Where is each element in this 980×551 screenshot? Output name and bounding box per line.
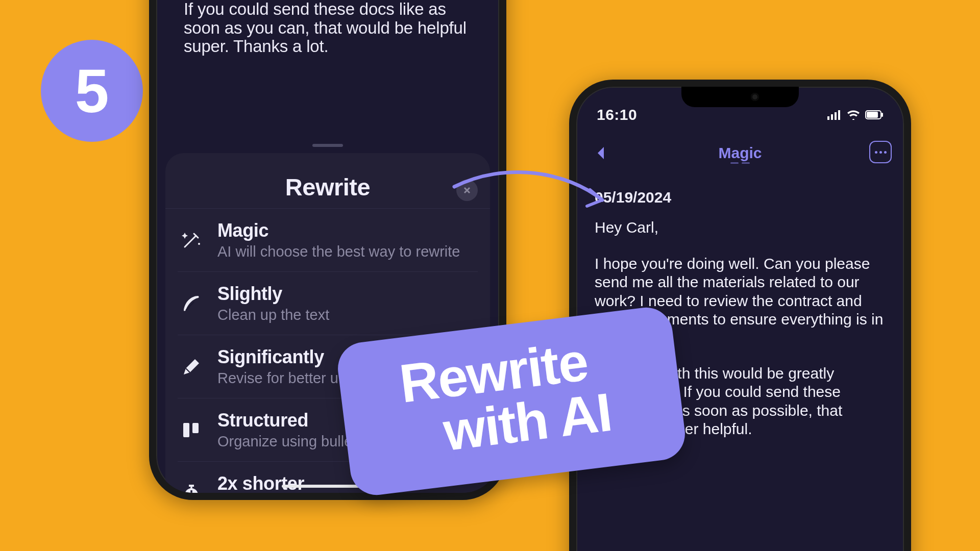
- svg-rect-2: [192, 423, 199, 433]
- nav-title-underline: [730, 162, 750, 164]
- svg-rect-12: [867, 112, 878, 118]
- step-badge: 5: [41, 40, 143, 142]
- svg-rect-1: [183, 423, 189, 437]
- back-button[interactable]: [592, 144, 610, 162]
- arrow-annotation: [449, 166, 618, 228]
- option-desc: Reduce length, preserve meaning: [217, 496, 439, 500]
- battery-icon: [865, 110, 884, 119]
- step-number: 5: [75, 56, 109, 126]
- svg-point-3: [185, 488, 198, 500]
- columns-icon: [178, 416, 205, 444]
- option-slightly[interactable]: Slightly Clean up the text: [178, 272, 478, 335]
- nav-bar: Magic: [576, 140, 904, 166]
- cellular-icon: [827, 110, 842, 120]
- svg-rect-7: [827, 116, 829, 120]
- option-desc: Clean up the text: [217, 307, 329, 323]
- note-date: 05/19/2024: [595, 189, 886, 206]
- stopwatch-icon: [178, 480, 205, 500]
- wifi-icon: [847, 110, 860, 120]
- svg-point-0: [198, 243, 200, 245]
- more-icon: [875, 151, 887, 154]
- feather-icon: [178, 290, 205, 317]
- sheet-title: Rewrite: [285, 173, 370, 201]
- nav-title[interactable]: Magic: [718, 144, 762, 162]
- svg-rect-13: [881, 113, 883, 117]
- magic-wand-icon: [178, 227, 205, 254]
- option-title: Slightly: [217, 283, 329, 305]
- note-greeting: Hey Carl,: [595, 218, 886, 237]
- option-desc: AI will choose the best way to rewrite: [217, 243, 460, 260]
- option-magic[interactable]: Magic AI will choose the best way to rew…: [178, 209, 478, 272]
- pencil-icon: [178, 353, 205, 381]
- status-time: 16:10: [597, 106, 637, 123]
- option-title: Structured: [217, 410, 356, 431]
- grabber-icon: [312, 144, 343, 147]
- option-title: Magic: [217, 220, 460, 241]
- svg-rect-4: [189, 485, 194, 487]
- status-icons: [827, 110, 884, 120]
- camera-icon: [751, 93, 759, 101]
- svg-rect-9: [835, 112, 837, 120]
- option-desc: Organize using bullet: [217, 433, 356, 450]
- sheet-grabber[interactable]: [156, 144, 499, 147]
- status-bar: 16:10: [576, 106, 904, 123]
- phone-notch: [681, 87, 799, 107]
- more-button[interactable]: [869, 141, 892, 163]
- sheet-header: Rewrite: [165, 165, 490, 209]
- note-partial-text: help with would be really appreciated. I…: [184, 0, 472, 56]
- svg-rect-8: [831, 114, 833, 120]
- svg-rect-10: [838, 110, 840, 120]
- back-chevron-icon: [596, 146, 606, 160]
